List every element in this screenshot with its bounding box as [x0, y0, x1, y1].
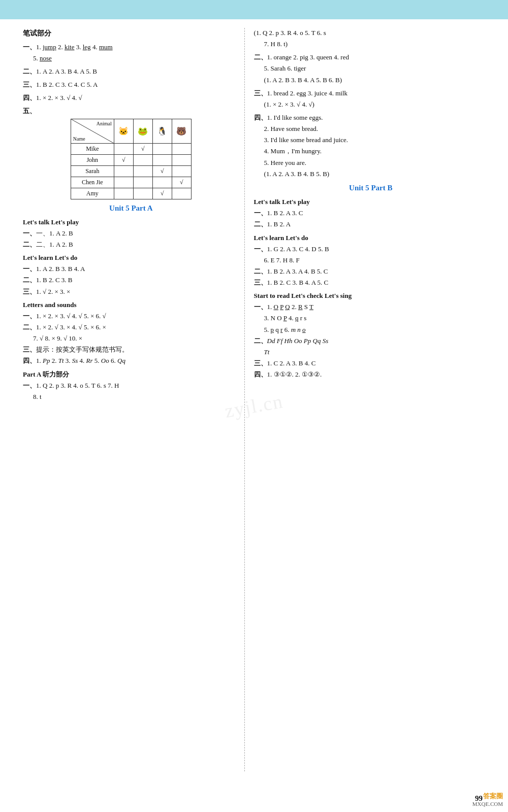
- lets-talk-play-section: Let's talk Let's play 一、一、1. A 2. B 二、二、…: [23, 217, 239, 250]
- mike-4: [172, 143, 191, 154]
- chenjie-4: √: [172, 177, 191, 188]
- right-line1: (1. Q 2. p 3. R 4. o 5. T 6. s 7. H 8. t…: [254, 28, 488, 49]
- content-area: 笔试部分 一、1. jump 2. kite 3. leg 4. mum 5. …: [20, 28, 488, 771]
- amy-3: √: [152, 188, 172, 199]
- right-er1: 二、1. orange 2. pig 3. queen 4. red: [254, 52, 488, 62]
- letters-sounds-section: Letters and sounds 一、1. × 2. × 3. √ 4. √…: [23, 300, 239, 366]
- pal-8t: 8. t: [23, 392, 239, 402]
- name-john: John: [71, 154, 114, 165]
- right-start-read-section: Start to read Let's check Let's sing 一、1…: [254, 291, 488, 380]
- logo-url: MXQE.COM: [472, 801, 503, 807]
- animal-col-4: 🐻: [172, 119, 191, 143]
- right-san1: 三、1. bread 2. egg 3. juice 4. milk: [254, 88, 488, 98]
- unit5a-title-section: Unit 5 Part A: [23, 202, 239, 214]
- animal-header: Animal: [97, 121, 112, 126]
- ltpb2: 二、1. B 2. A: [254, 219, 488, 229]
- name-sarah: Sarah: [71, 165, 114, 177]
- chenjie-1: [114, 177, 133, 188]
- john-3: [152, 154, 172, 165]
- section-one-5: 5. nose: [23, 53, 239, 63]
- lldb3: 二、1. B 2. A 3. A 4. B 5. C: [254, 266, 488, 277]
- unit5b-title: Unit 5 Part B: [254, 182, 488, 194]
- lld1: 一、1. A 2. B 3. B 4. A: [23, 264, 239, 274]
- lldb1: 一、1. G 2. A 3. C 4. D 5. B: [254, 244, 488, 254]
- section-two-content: 二、1. A 2. A 3. B 4. A 5. B: [23, 66, 239, 77]
- diagonal-header-cell: Animal Name: [71, 119, 114, 143]
- top-bar: [0, 0, 508, 19]
- part-a-listen-section: Part A 听力部分 一、1. Q 2. p 3. R 4. o 5. T 6…: [23, 369, 239, 402]
- sr-san: 三、1. C 2. A 3. B 4. C: [254, 358, 488, 368]
- chenjie-3: [152, 177, 172, 188]
- animal-col-1: 🐱: [114, 119, 133, 143]
- table-row-amy: Amy √: [71, 188, 191, 199]
- sarah-4: [172, 165, 191, 177]
- name-header: Name: [73, 136, 85, 142]
- right-er2: 5. Sarah 6. tiger: [254, 63, 488, 74]
- section-four: 四、1. × 2. × 3. √ 4. √: [23, 93, 239, 103]
- mike-2: √: [133, 143, 152, 154]
- ltpb1: 一、1. B 2. A 3. C: [254, 208, 488, 218]
- lets-talk-play-label: Let's talk Let's play: [23, 217, 239, 227]
- right-si5: 5. Here you are.: [254, 158, 488, 168]
- right-si4: 4. Mum，I'm hungry.: [254, 146, 488, 156]
- right-lets-learn-do-label: Let's learn Let's do: [254, 233, 488, 243]
- ltp1: 一、一、1. A 2. B: [23, 228, 239, 239]
- animal-col-2: 🐸: [133, 119, 152, 143]
- john-1: √: [114, 154, 133, 165]
- sr-er: 二、Dd Ff Hh Oo Pp Qq Ss: [254, 336, 488, 346]
- section-five: 五、 Animal Name 🐱 🐸 🐧 🐻 Mi: [23, 106, 239, 199]
- logo-icon: 答案圈: [472, 792, 503, 801]
- section-three-content: 三、1. B 2. C 3. C 4. C 5. A: [23, 80, 239, 90]
- lldb4: 三、1. B 2. C 3. B 4. A 5. C: [254, 278, 488, 288]
- unit5b-title-section: Unit 5 Part B: [254, 182, 488, 194]
- table-row-chenjie: Chen Jie √: [71, 177, 191, 188]
- right-er3: (1. A 2. B 3. B 4. A 5. B 6. B): [254, 75, 488, 85]
- section-four-content: 四、1. × 2. × 3. √ 4. √: [23, 93, 239, 103]
- section-one-label: 一、1. jump 2. kite 3. leg 4. mum: [23, 42, 239, 52]
- lets-learn-do-label: Let's learn Let's do: [23, 253, 239, 263]
- section-one: 一、1. jump 2. kite 3. leg 4. mum 5. nose: [23, 42, 239, 63]
- ltp2: 二、二、1. A 2. B: [23, 240, 239, 250]
- john-2: [133, 154, 152, 165]
- animal-table: Animal Name 🐱 🐸 🐧 🐻 Mike √ John: [71, 119, 192, 199]
- ls3: 7. √ 8. × 9. √ 10. ×: [23, 333, 239, 344]
- name-mike: Mike: [71, 143, 114, 154]
- lld3: 三、1. √ 2. × 3. ×: [23, 287, 239, 297]
- unit5a-title: Unit 5 Part A: [23, 202, 239, 214]
- letters-sounds-label: Letters and sounds: [23, 300, 239, 310]
- sr-yi-3: 5. p q r 6. m n o: [254, 325, 488, 335]
- ls4: 三、提示：按英文手写体规范书写。: [23, 345, 239, 355]
- right-si3: 3. I'd like some bread and juice.: [254, 135, 488, 145]
- section-five-label: 五、: [23, 106, 239, 116]
- lld2: 二、1. B 2. C 3. B: [23, 275, 239, 285]
- animal-col-3: 🐧: [152, 119, 172, 143]
- bishi-header: 笔试部分: [23, 28, 239, 39]
- amy-2: [133, 188, 152, 199]
- chenjie-2: [133, 177, 152, 188]
- right-column: (1. Q 2. p 3. R 4. o 5. T 6. s 7. H 8. t…: [245, 28, 488, 771]
- right-san2: (1. × 2. × 3. √ 4. √): [254, 99, 488, 110]
- john-4: [172, 154, 191, 165]
- amy-4: [172, 188, 191, 199]
- sr-yi-1: 一、1. O P Q 2. R S T: [254, 302, 488, 312]
- right-er-section: 二、1. orange 2. pig 3. queen 4. red 5. Sa…: [254, 52, 488, 85]
- left-column: 笔试部分 一、1. jump 2. kite 3. leg 4. mum 5. …: [20, 28, 245, 771]
- pal1: 一、1. Q 2. p 3. R 4. o 5. T 6. s 7. H: [23, 381, 239, 391]
- section-two: 二、1. A 2. A 3. B 4. A 5. B: [23, 66, 239, 77]
- name-amy: Amy: [71, 188, 114, 199]
- right-lets-learn-do-section: Let's learn Let's do 一、1. G 2. A 3. C 4.…: [254, 233, 488, 288]
- name-chenjie: Chen Jie: [71, 177, 114, 188]
- ls5: 四、1. Pp 2. Tt 3. Ss 4. Rr 5. Oo 6. Qq: [23, 356, 239, 366]
- right-san-section: 三、1. bread 2. egg 3. juice 4. milk (1. ×…: [254, 88, 488, 110]
- sr-er2: Tt: [254, 347, 488, 357]
- sarah-3: √: [152, 165, 172, 177]
- right-line2-text: 7. H 8. t): [254, 39, 488, 49]
- bishi-title: 笔试部分: [23, 28, 239, 39]
- sarah-2: [133, 165, 152, 177]
- amy-1: [114, 188, 133, 199]
- right-si-section: 四、1. I'd like some eggs. 2. Have some br…: [254, 113, 488, 179]
- lets-learn-do-section: Let's learn Let's do 一、1. A 2. B 3. B 4.…: [23, 253, 239, 297]
- right-start-read-label: Start to read Let's check Let's sing: [254, 291, 488, 301]
- right-si2: 2. Have some bread.: [254, 124, 488, 134]
- right-si1: 四、1. I'd like some eggs.: [254, 113, 488, 123]
